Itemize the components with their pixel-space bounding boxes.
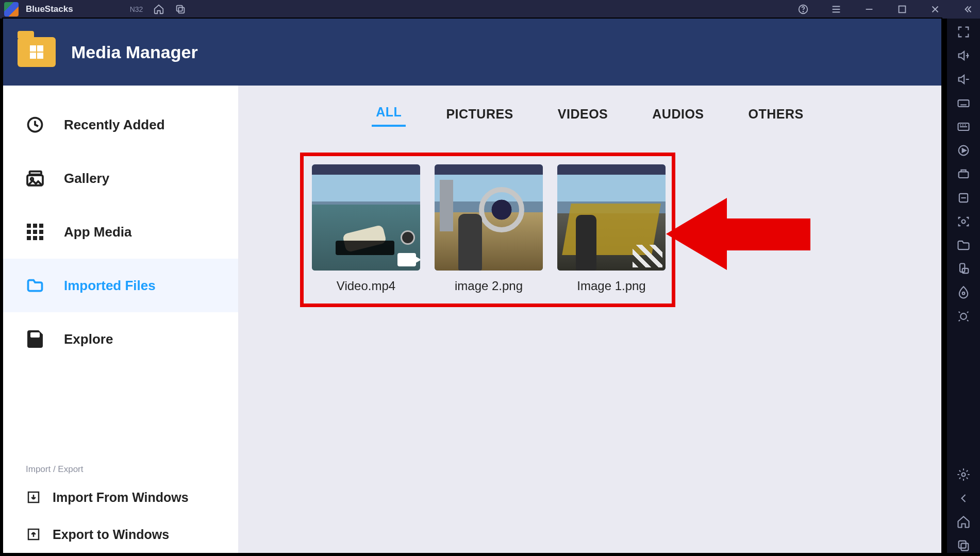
file-item[interactable]: image 2.png	[435, 164, 543, 293]
import-label: Import From Windows	[53, 490, 189, 505]
tab-pictures[interactable]: PICTURES	[442, 107, 517, 127]
record-icon[interactable]	[956, 143, 971, 158]
hamburger-menu-icon[interactable]	[830, 4, 842, 15]
clock-icon	[26, 115, 44, 134]
video-badge-icon	[397, 253, 416, 266]
svg-rect-4	[899, 6, 906, 13]
location-icon[interactable]	[956, 285, 971, 300]
keyboard-controls-icon[interactable]	[956, 96, 971, 110]
folder-outline-icon	[26, 276, 44, 295]
sidebar-item-recently-added[interactable]: Recently Added	[3, 98, 238, 151]
import-export-header: Import / Export	[3, 464, 238, 479]
download-circle-icon	[26, 490, 41, 505]
svg-rect-0	[177, 6, 182, 11]
svg-rect-1	[179, 7, 185, 13]
sidebar-item-gallery[interactable]: Gallery	[3, 151, 238, 205]
install-apk-icon[interactable]	[956, 191, 971, 205]
help-icon[interactable]	[798, 4, 809, 15]
volume-up-icon[interactable]	[956, 48, 971, 63]
fullscreen-icon[interactable]	[956, 25, 971, 39]
file-item[interactable]: Image 1.png	[557, 164, 666, 293]
file-item[interactable]: Video.mp4	[312, 164, 420, 293]
folder-icon	[18, 37, 56, 67]
image-icon	[26, 169, 44, 188]
bluestacks-logo-icon	[4, 2, 19, 16]
svg-point-17	[962, 292, 965, 295]
export-label: Export to Windows	[53, 527, 169, 542]
content-area: ALL PICTURES VIDEOS AUDIOS OTHERS Video.…	[238, 86, 941, 553]
tab-others[interactable]: OTHERS	[744, 107, 808, 127]
screenshot-icon[interactable]	[956, 214, 971, 229]
svg-rect-9	[958, 100, 969, 107]
brand-label: BlueStacks	[26, 4, 73, 14]
svg-rect-20	[959, 541, 966, 548]
tab-videos[interactable]: VIDEOS	[554, 107, 612, 127]
media-manager-panel: Media Manager Recently Added Gallery Ap	[3, 19, 941, 553]
file-name: Video.mp4	[337, 279, 395, 293]
recent-apps-icon[interactable]	[175, 4, 186, 15]
upload-circle-icon	[26, 527, 41, 542]
svg-rect-12	[959, 172, 969, 178]
file-name: image 2.png	[455, 279, 523, 293]
sidebar-item-label: Gallery	[64, 171, 109, 187]
import-from-windows[interactable]: Import From Windows	[3, 479, 238, 516]
sidebar-item-label: Recently Added	[64, 117, 165, 133]
rotate-icon[interactable]	[956, 262, 971, 276]
sd-card-icon	[26, 330, 44, 348]
media-folder-icon[interactable]	[956, 238, 971, 252]
panel-header: Media Manager	[3, 19, 941, 86]
sidebar-item-label: App Media	[64, 224, 131, 240]
file-thumbnail	[312, 164, 420, 271]
page-title: Media Manager	[71, 42, 198, 62]
sidebar-item-imported-files[interactable]: Imported Files	[3, 259, 238, 312]
maximize-icon[interactable]	[896, 4, 908, 15]
tab-audios[interactable]: AUDIOS	[648, 107, 708, 127]
svg-rect-21	[961, 543, 968, 550]
close-icon[interactable]	[929, 4, 941, 15]
keymap-icon[interactable]	[956, 120, 971, 134]
right-toolbar	[947, 19, 980, 553]
svg-point-3	[803, 11, 803, 12]
svg-point-14	[962, 220, 966, 224]
sidebar-item-label: Explore	[64, 331, 113, 347]
volume-down-icon[interactable]	[956, 72, 971, 87]
svg-rect-7	[30, 172, 42, 175]
sidebar-item-app-media[interactable]: App Media	[3, 205, 238, 259]
filter-tabs: ALL PICTURES VIDEOS AUDIOS OTHERS	[259, 86, 921, 127]
tab-all[interactable]: ALL	[372, 105, 406, 127]
macro-icon[interactable]	[956, 167, 971, 181]
file-thumbnail	[557, 164, 666, 271]
sidebar-item-label: Imported Files	[64, 278, 156, 294]
home-icon[interactable]	[153, 4, 164, 15]
android-recents-icon[interactable]	[956, 538, 971, 553]
collapse-sidebar-icon[interactable]	[962, 4, 974, 15]
android-home-icon[interactable]	[956, 515, 971, 529]
export-to-windows[interactable]: Export to Windows	[3, 516, 238, 553]
instance-badge: N32	[130, 5, 143, 13]
apps-grid-icon	[26, 223, 44, 241]
minimize-icon[interactable]	[863, 4, 875, 15]
file-name: Image 1.png	[577, 279, 645, 293]
svg-point-19	[962, 473, 966, 477]
android-back-icon[interactable]	[956, 491, 971, 506]
sidebar-item-explore[interactable]: Explore	[3, 312, 238, 366]
titlebar: BlueStacks N32	[0, 0, 980, 19]
settings-gear-icon[interactable]	[956, 467, 971, 482]
shake-icon[interactable]	[956, 309, 971, 324]
highlighted-files-box: Video.mp4 image 2.png Image 1.png	[300, 153, 675, 307]
svg-point-18	[960, 313, 967, 319]
file-thumbnail	[435, 164, 543, 271]
sidebar: Recently Added Gallery App Media Importe…	[3, 86, 238, 553]
